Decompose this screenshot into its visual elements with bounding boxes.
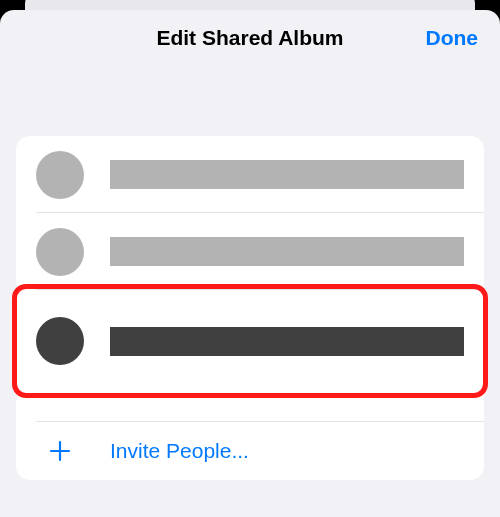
subscriber-row[interactable]	[16, 290, 484, 392]
subscribers-list: Invite People...	[16, 136, 484, 480]
modal-sheet: Edit Shared Album Done	[0, 10, 500, 517]
avatar	[36, 228, 84, 276]
invite-people-label: Invite People...	[110, 439, 249, 463]
avatar	[36, 151, 84, 199]
subscriber-name-placeholder	[110, 160, 464, 189]
done-button[interactable]: Done	[426, 26, 479, 50]
row-separator	[36, 421, 484, 422]
nav-bar: Edit Shared Album Done	[0, 10, 500, 66]
spacer-row	[16, 392, 484, 422]
avatar	[36, 317, 84, 365]
plus-icon	[36, 439, 84, 463]
page-title: Edit Shared Album	[156, 26, 343, 50]
content-area: Invite People...	[0, 66, 500, 480]
subscriber-row[interactable]	[16, 136, 484, 213]
subscriber-name-placeholder	[110, 327, 464, 356]
invite-people-button[interactable]: Invite People...	[16, 422, 484, 480]
subscriber-name-placeholder	[110, 237, 464, 266]
subscriber-row[interactable]	[16, 213, 484, 290]
